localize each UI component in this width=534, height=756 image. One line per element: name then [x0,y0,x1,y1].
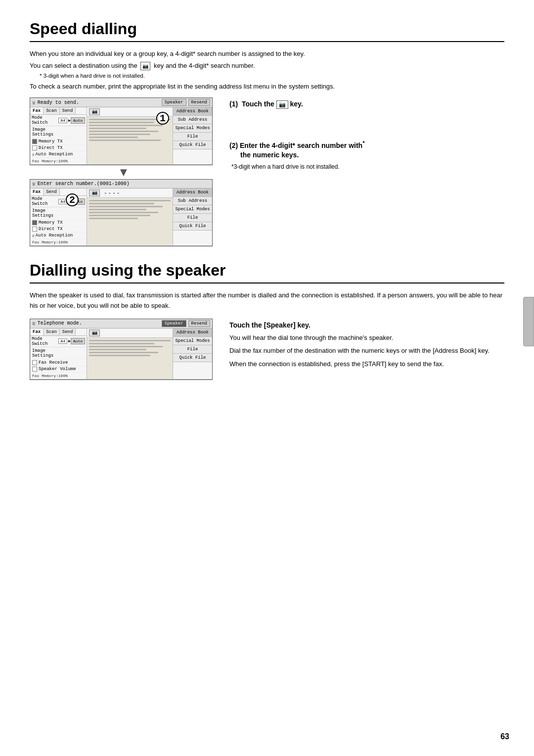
fax3-fax-receive-check [32,360,37,365]
fax2-top-bar: ☏ Enter search number.(0001-1000) [30,180,212,189]
key-icon: 📷 [140,62,150,71]
fax3-size-value: A4 [58,338,67,344]
fax3-right-buttons: Address Book Special Modes File Quick Fi… [173,329,212,379]
fax2-direct-tx[interactable]: Direct TX [30,226,87,233]
fax1-sub-address-btn[interactable]: Sub Address [173,116,212,124]
sidebar-scroll-tab[interactable] [523,297,534,346]
fax3-num-icon: 📷 [89,330,100,336]
fax3-mode-label: Mode Switch [32,336,58,346]
fax3-speaker-btn[interactable]: Speaker [162,320,186,327]
fax3-tab-row: Fax Scan Send [30,329,87,336]
fax1-quick-file-btn[interactable]: Quick File [173,141,212,149]
fax2-auto-reception: ☏ Auto Reception [30,233,87,239]
fax1-special-modes-btn[interactable]: Special Modes [173,124,212,133]
fax3-main-area: 📷 [87,329,173,379]
fax1-tab-row: Fax Scan Send [30,107,87,115]
fax3-speaker-volume[interactable]: Speaker Volume [30,366,87,373]
fax3-fax-receive[interactable]: Fax Receive [30,360,87,366]
fax2-mode-label: Mode Switch [32,196,58,206]
fax2-doc-lines [89,200,171,243]
fax-key-icon: 📷 [276,100,288,109]
fax1-auto-reception: ☏ Auto Reception [30,151,87,158]
fax1-tab-scan[interactable]: Scan [44,107,60,114]
fax2-num-icon: 📷 [89,189,100,196]
fax1-memory-tx[interactable]: Memory TX [30,139,87,145]
fax2-tab-send[interactable]: Send [44,189,60,195]
speaker-desc3: When the connection is established, pres… [229,359,504,369]
fax3-doc-area [87,338,173,379]
fax3-address-book-btn[interactable]: Address Book [173,329,212,337]
fax2-address-book-btn[interactable]: Address Book [173,189,212,197]
fax3-tab-fax[interactable]: Fax [30,329,44,335]
step2-instruction-block: (2) Enter the 4-digit* search number wit… [229,139,504,170]
fax3-middle: Fax Scan Send Mode Switch A4 ► Auto Imag… [30,329,212,379]
fax1-speaker-btn[interactable]: Speaker [162,99,186,106]
fax1-doc-lines [89,119,171,162]
fax2-tab-fax[interactable]: Fax [30,189,44,195]
fax3-left-col: Fax Scan Send Mode Switch A4 ► Auto Imag… [30,329,87,379]
fax2-direct-tx-check [32,227,37,232]
step2-instruction-text: (2) Enter the 4-digit* search number wit… [229,139,504,160]
fax2-fax-memory: Fax Memory:100% [30,239,87,245]
fax1-direct-tx-check [32,145,37,150]
section2-title: Dialling using the speaker [30,261,504,284]
fax2-quick-file-btn[interactable]: Quick File [173,222,212,231]
section1-footnote1: * 3-digit when a hard drive is not insta… [40,73,504,79]
page-number: 63 [500,732,509,741]
fax3-auto-btn[interactable]: Auto [71,338,85,344]
step1-row: 1 ☏ Ready to send. Speaker Resend Fax Sc… [30,97,504,246]
down-arrow-1: ▼ [30,166,218,178]
fax3-special-modes-btn[interactable]: Special Modes [173,337,212,345]
fax1-size-value: A4 [58,118,67,123]
fax3-tab-scan[interactable]: Scan [44,329,60,335]
fax2-special-modes-btn[interactable]: Special Modes [173,205,212,214]
fax3-image-settings: Image Settings [30,347,87,360]
section2-para1: When the speaker is used to dial, fax tr… [30,290,504,310]
fax3-status: Telephone mode. [38,321,160,326]
phone-icon-2: ☏ [32,181,36,187]
fax3-file-btn[interactable]: File [173,345,212,354]
speaker-row: ☏ Telephone mode. Speaker Resend Fax Sca… [30,319,504,380]
fax-screen-1: 1 ☏ Ready to send. Speaker Resend Fax Sc… [30,97,213,165]
speaker-desc2: Dial the fax number of the destination w… [229,346,504,356]
phone-icon: ☏ [32,99,36,106]
fax1-tab-send[interactable]: Send [60,107,76,114]
fax3-doc-lines [89,340,171,377]
fax1-auto-btn[interactable]: Auto [71,117,85,124]
fax1-address-book-btn[interactable]: Address Book [173,107,212,116]
section1-para3: To check a search number, print the appr… [30,82,504,92]
fax2-sub-address-btn[interactable]: Sub Address [173,197,212,205]
fax1-mode-row: Mode Switch A4 ► Auto [30,115,87,126]
fax1-middle: Fax Scan Send Mode Switch A4 ► Auto Imag… [30,107,212,165]
fax1-file-btn[interactable]: File [173,133,212,141]
fax3-tab-send[interactable]: Send [60,329,76,335]
fax3-resend-btn[interactable]: Resend [188,320,210,327]
fax3-top-bar: ☏ Telephone mode. Speaker Resend [30,319,212,329]
fax2-file-btn[interactable]: File [173,214,212,222]
speaker-step-title: Touch the [Speaker] key. [229,321,504,331]
section1-title: Speed dialling [30,20,504,42]
speaker-screen-area: ☏ Telephone mode. Speaker Resend Fax Sca… [30,319,218,380]
page-content: Speed dialling When you store an individ… [15,0,519,419]
fax2-memory-tx[interactable]: Memory TX [30,220,87,226]
fax1-handset-icon: ☏ [32,152,35,157]
fax3-fax-memory: Fax Memory:100% [30,373,87,379]
fax2-right-buttons: Address Book Sub Address Special Modes F… [173,189,212,245]
fax1-fax-memory: Fax Memory:100% [30,158,87,164]
fax1-status: Ready to send. [38,100,160,105]
fax1-num-icon: 📷 [89,108,100,115]
fax2-handset-icon: ☏ [32,234,35,238]
fax2-main-area: 📷 ---- [87,189,173,245]
step1-instruction-block: (1) Touch the 📷 key. [229,99,504,109]
fax2-left-col: Fax Send Mode Switch A4 ► Auto Image Set… [30,189,87,245]
fax1-top-bar: ☏ Ready to send. Speaker Resend [30,98,212,107]
speaker-desc1: You will hear the dial tone through the … [229,333,504,343]
section1-para2: You can select a destination using the 📷… [30,61,504,71]
fax3-quick-file-btn[interactable]: Quick File [173,354,212,362]
fax1-direct-tx[interactable]: Direct TX [30,145,87,151]
fax1-resend-btn[interactable]: Resend [188,99,210,106]
fax1-tab-fax[interactable]: Fax [30,107,44,114]
fax2-send-row: 📷 ---- [87,189,173,198]
fax1-right-buttons: Address Book Sub Address Special Modes F… [173,107,212,164]
speaker-instructions: Touch the [Speaker] key. You will hear t… [229,319,504,371]
